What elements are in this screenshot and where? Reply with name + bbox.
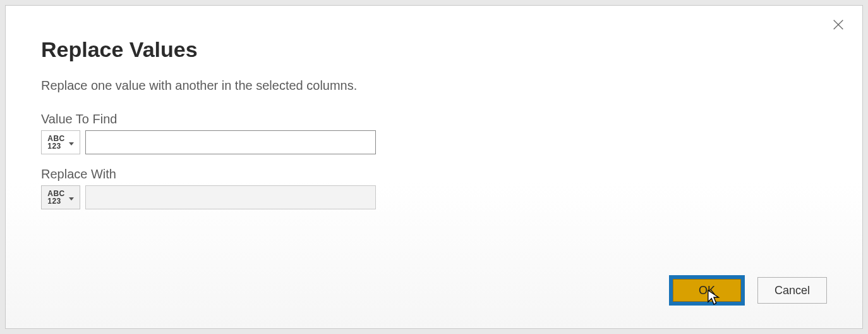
close-button[interactable] [827,13,850,36]
any-type-icon: ABC 123 [47,135,65,150]
ok-button-highlight: OK [669,275,745,306]
chevron-down-icon [69,142,74,145]
dialog-subtitle: Replace one value with another in the se… [41,78,827,93]
ok-button-label: OK [699,284,715,297]
replace-values-dialog: Replace Values Replace one value with an… [5,5,863,329]
cancel-button-label: Cancel [775,284,810,297]
value-to-find-block: Value To Find ABC 123 [41,112,827,154]
value-to-find-input[interactable] [85,130,376,154]
value-to-find-label: Value To Find [41,112,827,127]
value-to-find-type-picker[interactable]: ABC 123 [41,130,80,154]
value-to-find-row: ABC 123 [41,130,827,154]
type-line-123: 123 [47,142,65,150]
dialog-button-row: OK Cancel [669,275,827,306]
replace-with-row: ABC 123 [41,185,827,209]
replace-with-input[interactable] [85,185,376,209]
replace-with-block: Replace With ABC 123 [41,167,827,209]
replace-with-label: Replace With [41,167,827,182]
close-icon [831,18,845,32]
cancel-button[interactable]: Cancel [757,277,827,304]
ok-button[interactable]: OK [673,279,741,302]
replace-with-type-picker[interactable]: ABC 123 [41,185,80,209]
any-type-icon: ABC 123 [47,190,65,205]
dialog-title: Replace Values [41,37,827,62]
chevron-down-icon [69,197,74,201]
type-line-123: 123 [47,197,65,205]
